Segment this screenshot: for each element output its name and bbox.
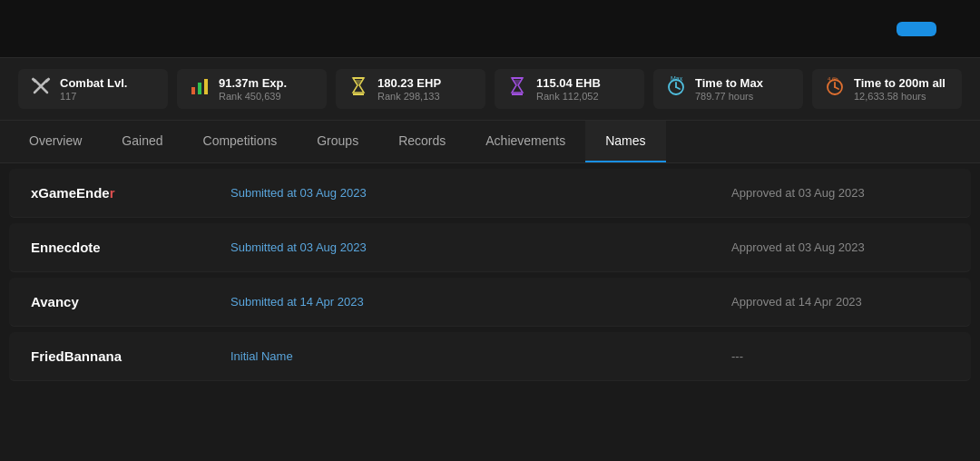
stat-label-2: 180.23 EHP <box>377 76 441 90</box>
stat-sub-3: Rank 112,052 <box>536 91 601 102</box>
svg-rect-6 <box>204 79 208 94</box>
svg-text:4.6b: 4.6b <box>828 76 838 82</box>
stat-label-0: Combat Lvl. <box>60 76 127 90</box>
stat-card-4: Max Time to Max 789.77 hours <box>653 69 803 109</box>
stat-label-1: 91.37m Exp. <box>219 76 287 90</box>
name-approved: Approved at 03 Aug 2023 <box>731 240 949 254</box>
name-approved: --- <box>731 349 949 363</box>
stats-bar: Combat Lvl. 117 91.37m Exp. Rank 450,639… <box>0 58 980 121</box>
header <box>0 0 980 58</box>
name-submitted: Initial Name <box>230 349 731 363</box>
stat-sub-1: Rank 450,639 <box>219 91 287 102</box>
tab-gained[interactable]: Gained <box>102 121 182 162</box>
stat-icon-2 <box>348 76 368 102</box>
stat-sub-5: 12,633.58 hours <box>854 91 946 102</box>
svg-line-9 <box>676 87 680 89</box>
name-approved: Approved at 03 Aug 2023 <box>731 186 949 200</box>
stat-sub-4: 789.77 hours <box>695 91 763 102</box>
name-submitted: Submitted at 03 Aug 2023 <box>230 186 731 200</box>
svg-line-13 <box>835 87 838 89</box>
svg-text:Max: Max <box>671 76 683 82</box>
table-row: Ennecdote Submitted at 03 Aug 2023 Appro… <box>9 223 971 272</box>
tab-groups[interactable]: Groups <box>297 121 378 162</box>
table-row: Avancy Submitted at 14 Apr 2023 Approved… <box>9 278 971 327</box>
stat-label-5: Time to 200m all <box>854 76 946 90</box>
stat-sub-0: 117 <box>60 91 127 102</box>
stat-card-2: 180.23 EHP Rank 298,133 <box>336 69 485 109</box>
stat-card-1: 91.37m Exp. Rank 450,639 <box>177 69 327 109</box>
tab-records[interactable]: Records <box>378 121 466 162</box>
stat-sub-2: Rank 298,133 <box>377 91 441 102</box>
stat-label-3: 115.04 EHB <box>536 76 601 90</box>
tab-competitions[interactable]: Competitions <box>183 121 298 162</box>
stat-icon-0 <box>31 76 51 102</box>
name-value: FriedBannana <box>31 348 230 364</box>
names-table: xGameEnder Submitted at 03 Aug 2023 Appr… <box>0 169 980 381</box>
name-submitted: Submitted at 03 Aug 2023 <box>230 240 731 254</box>
update-button[interactable] <box>897 22 936 36</box>
stat-icon-3 <box>507 76 527 102</box>
stat-icon-5: 4.6b <box>825 76 845 102</box>
stat-icon-4: Max <box>666 76 686 102</box>
tab-names[interactable]: Names <box>585 121 665 162</box>
svg-rect-4 <box>191 87 195 94</box>
name-value: Avancy <box>31 294 230 309</box>
svg-rect-5 <box>198 83 201 94</box>
stat-card-0: Combat Lvl. 117 <box>18 69 168 109</box>
name-value: Ennecdote <box>31 240 230 255</box>
tab-overview[interactable]: Overview <box>9 121 102 162</box>
table-row: FriedBannana Initial Name --- <box>9 332 971 381</box>
tab-achievements[interactable]: Achievements <box>466 121 585 162</box>
name-submitted: Submitted at 14 Apr 2023 <box>230 295 731 309</box>
name-value: xGameEnder <box>31 185 230 201</box>
stat-card-5: 4.6b Time to 200m all 12,633.58 hours <box>812 69 962 109</box>
name-approved: Approved at 14 Apr 2023 <box>731 295 949 309</box>
table-row: xGameEnder Submitted at 03 Aug 2023 Appr… <box>9 169 971 218</box>
more-options-button[interactable] <box>947 25 962 33</box>
stat-icon-1 <box>190 76 210 102</box>
stat-label-4: Time to Max <box>695 76 763 90</box>
stat-card-3: 115.04 EHB Rank 112,052 <box>495 69 644 109</box>
tab-bar: OverviewGainedCompetitionsGroupsRecordsA… <box>0 121 980 163</box>
